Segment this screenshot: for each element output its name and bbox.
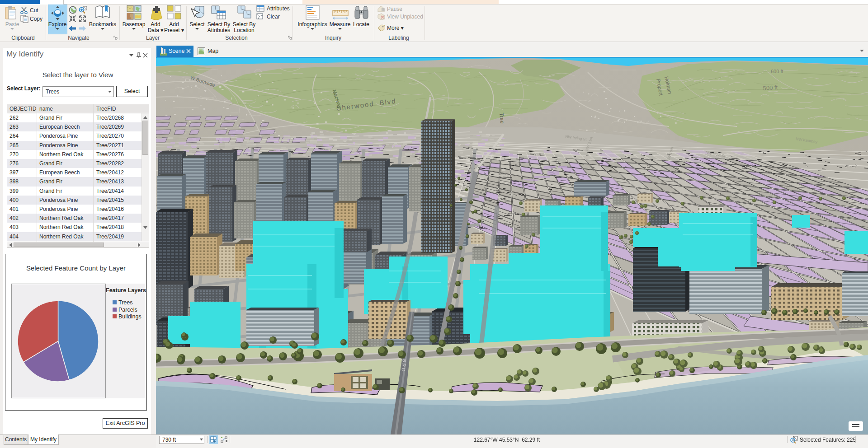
svg-text:600 ft: 600 ft — [771, 69, 783, 74]
svg-text:500 ft: 500 ft — [763, 84, 778, 92]
svg-text:Tree: Tree — [498, 112, 505, 124]
